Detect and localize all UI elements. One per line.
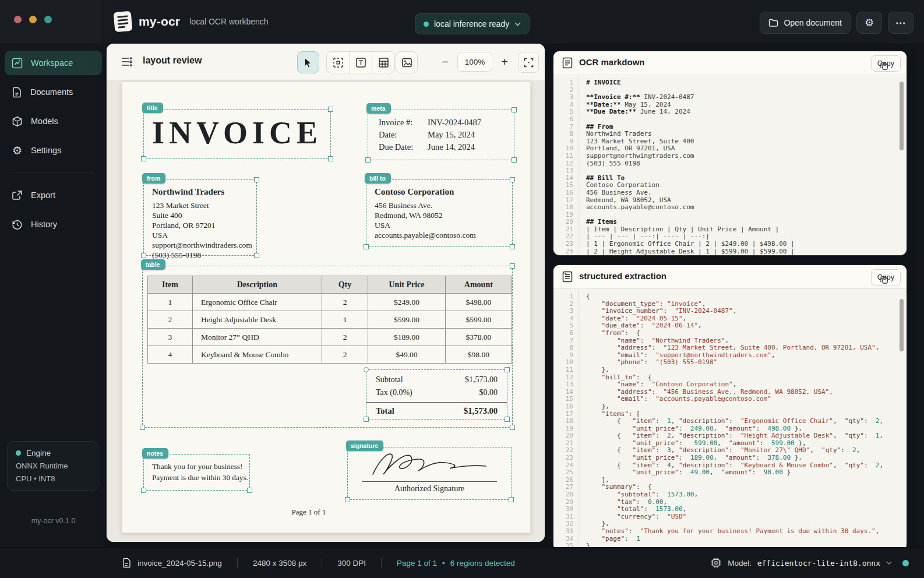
code-line: "invoice_number": "INV-2024-0487",	[586, 308, 907, 315]
resize-handle[interactable]	[505, 367, 510, 372]
image-tool-button[interactable]	[396, 51, 418, 73]
model-label: Model:	[728, 559, 752, 568]
table-cell: Ergonomic Office Chair	[192, 294, 322, 311]
note-line: Payment is due within 30 days.	[152, 472, 249, 483]
minimize-traffic-light[interactable]	[29, 16, 37, 23]
sidebar-item-documents[interactable]: Documents	[5, 80, 102, 104]
table-cell: 2	[322, 346, 368, 364]
resize-handle[interactable]	[510, 244, 515, 249]
resize-handle[interactable]	[510, 177, 515, 182]
code-line: "email": "accounts.payable@contoso.com"	[586, 396, 907, 403]
layers-list-icon[interactable]	[121, 56, 133, 68]
zoom-level[interactable]: 100%	[457, 52, 492, 72]
zoom-traffic-light[interactable]	[44, 16, 52, 23]
settings-button[interactable]: ⚙	[856, 12, 882, 34]
address-line: USA	[152, 230, 248, 240]
fit-to-screen-button[interactable]	[518, 52, 539, 73]
document-page[interactable]: title INVOICE meta Invoice #:INV-2024-04…	[122, 82, 531, 533]
open-document-button[interactable]: Open document	[760, 12, 851, 34]
json-doc-icon	[562, 271, 573, 283]
resize-handle[interactable]	[141, 253, 146, 258]
table-cell: 3	[148, 329, 193, 346]
region-from[interactable]: from Northwind Traders 123 Market Street…	[143, 179, 257, 256]
zoom-out-button[interactable]: −	[438, 55, 453, 69]
scrollbar-thumb[interactable]	[900, 82, 904, 150]
line-number: 18	[553, 204, 573, 212]
region-badge[interactable]: signature	[346, 440, 383, 451]
region-bill-to[interactable]: bill to Contoso Corporation 456 Business…	[366, 179, 513, 247]
resize-handle[interactable]	[141, 488, 146, 493]
table-tool-button[interactable]	[372, 52, 394, 73]
resize-handle[interactable]	[509, 497, 514, 502]
text-tool-button[interactable]	[350, 52, 372, 73]
resize-handle[interactable]	[365, 157, 371, 163]
more-options-button[interactable]: ⋯	[888, 12, 914, 34]
titlebar-zone	[0, 0, 103, 44]
address-line: Redmond, WA 98052	[375, 210, 504, 220]
copy-icon	[880, 276, 888, 284]
zoom-in-button[interactable]: +	[497, 55, 512, 69]
resize-handle[interactable]	[254, 177, 259, 182]
select-tool-button[interactable]	[297, 51, 319, 73]
region-badge[interactable]: meta	[366, 103, 391, 114]
bbox-tool-button[interactable]	[327, 52, 350, 73]
document-icon	[12, 87, 22, 98]
line-number: 6	[553, 116, 573, 124]
sidebar-item-history[interactable]: History	[5, 212, 102, 237]
status-divider	[381, 558, 382, 568]
copy-markdown-button[interactable]: Copy	[871, 55, 901, 72]
model-selector[interactable]: Model: efficientocr-lite-int8.onnx	[710, 548, 909, 578]
region-badge[interactable]: from	[142, 173, 165, 184]
region-signature[interactable]: signature Authorized Signature	[347, 447, 512, 500]
sidebar-item-export[interactable]: Export	[5, 183, 102, 207]
resize-handle[interactable]	[505, 417, 510, 422]
json-code-view[interactable]: 1234567891011121314151617181920212223242…	[553, 288, 907, 551]
copy-json-button[interactable]: Copy	[871, 269, 901, 286]
sidebar-item-workspace[interactable]: Workspace	[5, 51, 102, 75]
region-title[interactable]: title INVOICE	[143, 109, 331, 159]
document-canvas-panel: layout review − 100%	[107, 44, 545, 542]
region-badge[interactable]: table	[141, 259, 165, 270]
canvas-viewport[interactable]: title INVOICE meta Invoice #:INV-2024-04…	[107, 80, 545, 542]
resize-handle[interactable]	[512, 107, 517, 112]
invoice-meta: Invoice #:INV-2024-0487Date:May 15, 2024…	[368, 110, 514, 153]
app-version: my-ocr v0.1.0	[0, 517, 107, 525]
invoice-summary: Subtotal$1,573.00Tax (0.0%)$0.00Total$1,…	[366, 370, 507, 420]
region-notes[interactable]: notes Thank you for your business!Paymen…	[143, 454, 250, 491]
table-row: 3Monitor 27” QHD2$189.00$378.00	[148, 329, 512, 346]
table-row: 1Ergonomic Office Chair2$249.00$498.00	[148, 294, 512, 311]
resize-handle[interactable]	[141, 156, 146, 161]
markdown-code-view[interactable]: 123456789101112131415161718192021222324 …	[553, 75, 907, 255]
sidebar-item-models[interactable]: Models	[5, 109, 102, 133]
copy-icon	[880, 62, 888, 70]
resize-handle[interactable]	[510, 263, 515, 269]
close-traffic-light[interactable]	[14, 16, 22, 23]
status-divider	[322, 558, 322, 568]
region-badge[interactable]: notes	[142, 448, 168, 459]
table-row: 2Height Adjustable Desk1$599.00$599.00	[148, 311, 512, 329]
code-line: "notes": "Thank you for your business! P…	[586, 528, 907, 535]
resize-handle[interactable]	[328, 107, 333, 112]
resize-handle[interactable]	[364, 417, 369, 422]
resize-handle[interactable]	[512, 157, 517, 163]
scrollbar-thumb[interactable]	[900, 299, 904, 351]
resize-handle[interactable]	[345, 497, 350, 502]
resize-handle[interactable]	[510, 425, 515, 430]
resize-handle[interactable]	[328, 156, 333, 161]
resize-handle[interactable]	[247, 488, 252, 493]
sidebar-item-settings[interactable]: ⚙ Settings	[5, 138, 102, 163]
region-meta[interactable]: meta Invoice #:INV-2024-0487Date:May 15,…	[368, 110, 514, 160]
resize-handle[interactable]	[254, 253, 259, 258]
resize-handle[interactable]	[364, 367, 369, 372]
inference-status-dropdown[interactable]: local inference ready	[415, 13, 530, 34]
line-number: 11	[553, 153, 573, 160]
resize-handle[interactable]	[364, 244, 369, 249]
table-cell: $599.00	[445, 311, 512, 329]
region-badge[interactable]: title	[142, 103, 163, 113]
region-summary[interactable]: Subtotal$1,573.00Tax (0.0%)$0.00Total$1,…	[366, 369, 507, 420]
region-tools-group	[326, 51, 395, 73]
region-badge[interactable]: bill to	[365, 173, 391, 184]
line-numbers: 123456789101112131415161718192021222324	[553, 75, 579, 255]
status-dot-icon	[424, 22, 429, 27]
resize-handle[interactable]	[140, 425, 145, 430]
